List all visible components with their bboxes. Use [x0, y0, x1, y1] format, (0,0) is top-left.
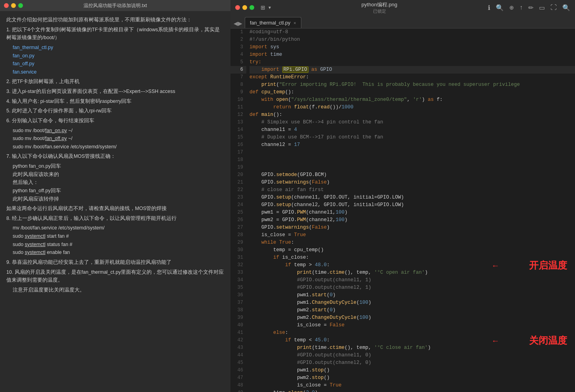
window-controls[interactable]	[4, 3, 23, 8]
code-line-45: #GPIO.output(channel2, 0)	[249, 359, 575, 367]
code-line-35: #GPIO.output(channel2, 1)	[249, 284, 575, 292]
line-num-43: 43	[230, 344, 246, 352]
cmd1-1: sudo mv /boot/fan_on.py ~/	[13, 127, 224, 135]
close-button[interactable]	[4, 3, 9, 8]
code-line-5: try:	[249, 59, 575, 66]
code-line-25: pwm1 = GPIO.PWM(channel1,100)	[249, 209, 575, 216]
line-num-46: 46	[230, 367, 246, 374]
code-line-29: while True:	[249, 239, 575, 246]
cmd3-1: mv /boot/fan.service /etc/systemd/system…	[13, 224, 224, 232]
code-line-21: GPIO.setwarnings(False)	[249, 179, 575, 186]
tab-close-icon[interactable]: ×	[293, 21, 296, 25]
code-line-7: except RuntimeError:	[249, 74, 575, 81]
view-toggle-icon[interactable]: ⊞	[261, 4, 265, 11]
code-lines: #coding=utf-8#!/usr/bin/pythonimport sys…	[249, 28, 575, 392]
cmds1: sudo mv /boot/fan_on.py ~/ sudo mv /boot…	[13, 127, 224, 151]
left-title: 温控风扇功能手动添加说明.txt	[84, 2, 147, 9]
tab-prev-icon[interactable]: ◀	[234, 20, 238, 27]
step9: 9. 恭喜温控风扇功能已经安装上去了，重新开机就能启动温控风扇功能了	[6, 258, 224, 267]
cmd3-2: sudo systemctl start fan #	[13, 232, 224, 241]
cmd2-2: 此时风扇应该吹来的	[13, 170, 224, 179]
line-num-8: 8	[230, 81, 246, 89]
tab-nav-arrows[interactable]: ◀ ▶	[234, 20, 242, 28]
code-line-4: import time	[249, 51, 575, 59]
line-num-1: 1	[230, 28, 246, 36]
line-num-20: 20	[230, 171, 246, 179]
sidebar-icon[interactable]: ▭	[539, 4, 545, 11]
right-titlebar: ⊞ ▾ python编程.png 已锁定 ℹ 🔍 ⊕ ↑ ✏ ▭ ⛶ 🔍	[230, 0, 575, 15]
code-line-44: #GPIO.output(channel1, 0)	[249, 352, 575, 359]
search-icon[interactable]: 🔍	[562, 4, 570, 11]
file-link-2: fan_on.py	[13, 52, 224, 60]
right-titlebar-left: ⊞ ▾	[235, 4, 271, 11]
edit-icon[interactable]: ✏	[528, 4, 533, 11]
code-line-37: pwm1.ChangeDutyCycle(100)	[249, 299, 575, 307]
line-num-37: 37	[230, 299, 246, 307]
minimize-button[interactable]	[11, 3, 16, 8]
line-num-24: 24	[230, 201, 246, 209]
right-window-controls[interactable]	[235, 5, 254, 10]
line-num-44: 44	[230, 352, 246, 359]
code-line-10: with open("/sys/class/thermal/thermal_zo…	[249, 96, 575, 104]
code-line-34: #GPIO.output(channel1, 1)	[249, 276, 575, 284]
line-num-38: 38	[230, 307, 246, 314]
zoom-in-icon[interactable]: ⊕	[509, 4, 514, 11]
code-line-28: is_close = True	[249, 231, 575, 239]
code-line-40: is_close = False	[249, 322, 575, 329]
zoom-out-icon[interactable]: 🔍	[496, 4, 504, 11]
right-close-button[interactable]	[235, 5, 240, 10]
line-num-23: 23	[230, 194, 246, 201]
info-icon[interactable]: ℹ	[488, 4, 490, 11]
right-title-sub: 已锁定	[373, 8, 386, 14]
line-num-9: 9	[230, 89, 246, 96]
right-title-center: python编程.png 已锁定	[271, 1, 488, 14]
code-line-3: import sys	[249, 44, 575, 51]
line-num-27: 27	[230, 224, 246, 231]
fullscreen-icon[interactable]: ⛶	[550, 4, 557, 11]
line-num-15: 15	[230, 134, 246, 141]
line-num-13: 13	[230, 119, 246, 126]
line-num-16: 16	[230, 141, 246, 149]
tab-label: fan_thermal_ctl.py	[250, 20, 290, 26]
cmd2-1: python fan_on.py回车	[13, 162, 224, 170]
right-minimize-button[interactable]	[242, 5, 247, 10]
line-num-21: 21	[230, 179, 246, 186]
line-num-30: 30	[230, 246, 246, 254]
code-line-47: pwm2.stop()	[249, 374, 575, 382]
intro-text: 此文件介绍如何把温控功能加到原有树莓派系统里，不用重新刷镜像文件的方法：	[6, 16, 224, 24]
code-line-19	[249, 164, 575, 171]
line-num-35: 35	[230, 284, 246, 292]
step6: 6. 分别输入以下命令，每行结束按回车	[6, 117, 224, 125]
line-num-33: 33	[230, 269, 246, 276]
line-num-2: 2	[230, 36, 246, 44]
line-num-6: 6	[230, 66, 246, 74]
line-num-7: 7	[230, 74, 246, 81]
code-line-46: pwm1.stop()	[249, 367, 575, 374]
line-num-47: 47	[230, 374, 246, 382]
file-link-4: fan.service	[13, 68, 224, 76]
code-line-1: #coding=utf-8	[249, 28, 575, 36]
tab-fan-thermal[interactable]: fan_thermal_ctl.py ×	[245, 17, 301, 28]
file-link-1: fan_thermal_ctl.py	[13, 44, 224, 52]
code-line-20: GPIO.setmode(GPIO.BCM)	[249, 171, 575, 179]
code-line-6: import RPi.GPIO as GPIO	[249, 66, 575, 74]
tab-next-icon[interactable]: ▶	[238, 20, 242, 27]
line-num-48: 48	[230, 382, 246, 389]
line-num-39: 39	[230, 314, 246, 322]
code-content[interactable]: #coding=utf-8#!/usr/bin/pythonimport sys…	[246, 28, 575, 392]
cmd2-4: python fan_off.py回车	[13, 187, 224, 195]
right-maximize-button[interactable]	[249, 5, 254, 10]
code-line-33: print(time.ctime(), temp, '°C open air f…	[249, 269, 575, 276]
cmd1-3: sudo mv /boot/fan.service /etc/systemd/s…	[13, 143, 224, 151]
cmds2: python fan_on.py回车 此时风扇应该吹来的 然后输入： pytho…	[13, 162, 224, 203]
cmd3-3: sudo systemctl status fan #	[13, 241, 224, 249]
maximize-button[interactable]	[18, 3, 23, 8]
code-line-32: if temp > 48.0:开启温度←	[249, 261, 575, 269]
share-icon[interactable]: ↑	[520, 4, 523, 11]
code-line-41: else:	[249, 329, 575, 337]
line-num-49: 49	[230, 389, 246, 392]
code-line-15: # Duplex use BCM-->17 pin control the fa…	[249, 134, 575, 141]
code-line-48: is_close = True	[249, 382, 575, 389]
code-line-36: pwm1.start(0)	[249, 292, 575, 299]
right-title-name: python编程.png	[362, 1, 397, 8]
